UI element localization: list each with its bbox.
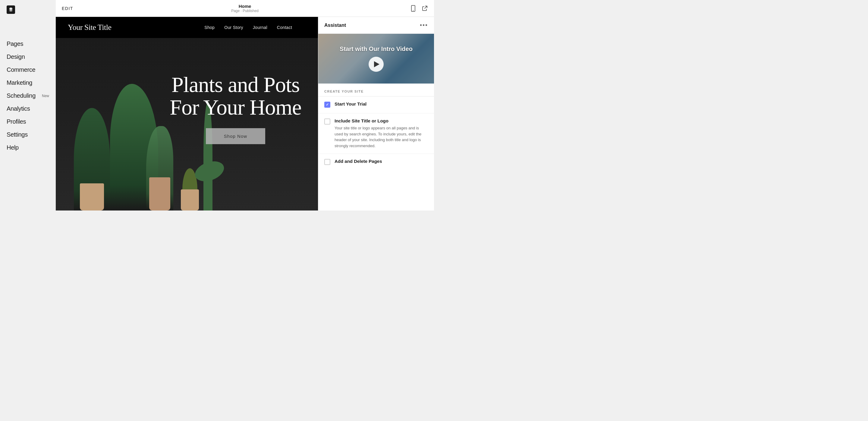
sidebar-item-label-profiles: Profiles (7, 118, 26, 125)
check-box-site-title[interactable] (324, 119, 330, 125)
sidebar-item-analytics[interactable]: Analytics (0, 102, 56, 115)
hero-line-1: Plants and Pots (172, 73, 300, 97)
check-box-trial[interactable] (324, 102, 330, 108)
site-nav-item-journal[interactable]: Journal (253, 25, 267, 30)
create-site-section: CREATE YOUR SITE (318, 84, 434, 96)
sidebar: PagesDesignCommerceMarketingSchedulingNe… (0, 0, 56, 210)
page-status: Page · Published (231, 9, 258, 13)
assistant-title: Assistant (324, 23, 346, 28)
checklist-item-pages: Add and Delete Pages (318, 154, 434, 171)
pot-3 (181, 189, 199, 210)
sidebar-item-help[interactable]: Help (0, 141, 56, 154)
video-title: Start with Our Intro Video (334, 46, 418, 53)
sidebar-item-label-analytics: Analytics (7, 105, 30, 112)
create-site-label: CREATE YOUR SITE (324, 90, 364, 93)
external-link-button[interactable] (421, 5, 428, 12)
sidebar-badge-scheduling: New (42, 94, 49, 98)
sidebar-item-label-scheduling: Scheduling (7, 92, 36, 99)
hero-text: Plants and Pots For Your Home Shop Now (170, 73, 301, 144)
mobile-icon (410, 5, 416, 12)
edit-button[interactable]: EDIT (62, 4, 73, 13)
sidebar-item-settings[interactable]: Settings (0, 128, 56, 141)
checklist-title-site-title: Include Site Title or Logo (335, 118, 428, 123)
assistant-header: Assistant ••• (318, 17, 434, 34)
topbar-left: EDIT (62, 4, 73, 13)
checklist-item-trial: Start Your Trial (318, 96, 434, 113)
sidebar-item-label-commerce: Commerce (7, 66, 35, 73)
svg-point-2 (413, 10, 413, 11)
topbar-right (410, 5, 428, 12)
play-icon (374, 61, 379, 67)
sidebar-logo[interactable] (0, 0, 56, 19)
topbar: EDIT Home Page · Published (56, 0, 434, 17)
checklist-title-trial: Start Your Trial (335, 101, 428, 107)
hero-headline: Plants and Pots For Your Home (170, 73, 301, 119)
sidebar-item-label-marketing: Marketing (7, 79, 32, 86)
sidebar-item-label-settings: Settings (7, 131, 28, 138)
checklist-container: Start Your TrialInclude Site Title or Lo… (318, 96, 434, 171)
site-nav: ShopOur StoryJournalContact (204, 25, 292, 30)
mobile-preview-button[interactable] (410, 5, 416, 12)
assistant-panel: Assistant ••• Start with Our Intro Video… (318, 17, 434, 210)
assistant-menu-button[interactable]: ••• (420, 22, 428, 29)
external-link-icon (421, 5, 428, 12)
site-nav-item-shop[interactable]: Shop (204, 25, 215, 30)
topbar-center: Home Page · Published (231, 4, 258, 13)
sidebar-item-label-help: Help (7, 144, 19, 151)
site-title: Your Site Title (68, 23, 112, 32)
checklist-item-site-title: Include Site Title or LogoYour site titl… (318, 113, 434, 154)
shop-now-button[interactable]: Shop Now (206, 128, 265, 144)
sidebar-item-profiles[interactable]: Profiles (0, 115, 56, 128)
site-nav-item-contact[interactable]: Contact (277, 25, 292, 30)
sidebar-item-scheduling[interactable]: SchedulingNew (0, 89, 56, 102)
page-title: Home (231, 4, 258, 9)
hero-line-2: For Your Home (170, 95, 301, 119)
main-area: EDIT Home Page · Published (56, 0, 434, 210)
video-section[interactable]: Start with Our Intro Video (318, 34, 434, 84)
check-box-pages[interactable] (324, 159, 330, 165)
checklist-content-trial: Start Your Trial (335, 101, 428, 108)
site-preview: Your Site Title ShopOur StoryJournalCont… (56, 17, 434, 210)
sidebar-item-marketing[interactable]: Marketing (0, 76, 56, 89)
sidebar-nav: PagesDesignCommerceMarketingSchedulingNe… (0, 19, 56, 154)
sidebar-item-label-pages: Pages (7, 40, 23, 47)
play-button[interactable] (369, 57, 384, 72)
sidebar-item-design[interactable]: Design (0, 50, 56, 63)
checklist-title-pages: Add and Delete Pages (335, 159, 428, 164)
sidebar-item-label-design: Design (7, 53, 25, 60)
squarespace-logo-icon (7, 5, 15, 14)
pot-1 (80, 183, 104, 210)
pot-2 (149, 177, 170, 210)
site-nav-item-our-story[interactable]: Our Story (224, 25, 243, 30)
sidebar-item-commerce[interactable]: Commerce (0, 63, 56, 76)
checklist-desc-site-title: Your site title or logo appears on all p… (335, 125, 428, 149)
checklist-content-pages: Add and Delete Pages (335, 159, 428, 166)
checklist-content-site-title: Include Site Title or LogoYour site titl… (335, 118, 428, 149)
sidebar-item-pages[interactable]: Pages (0, 37, 56, 50)
